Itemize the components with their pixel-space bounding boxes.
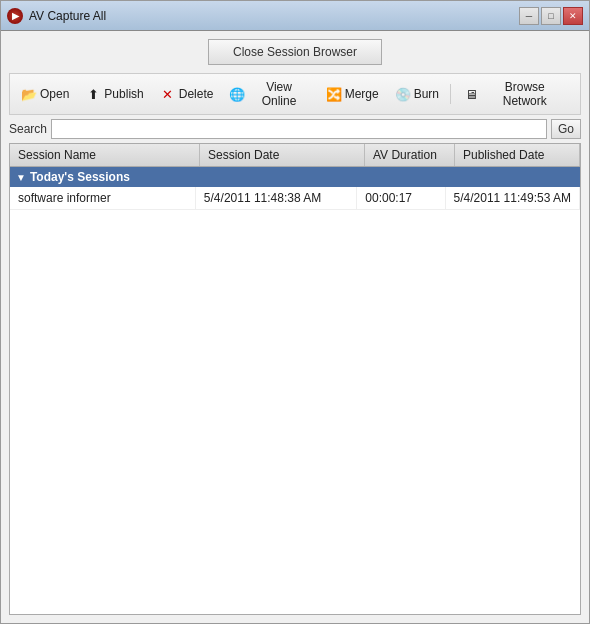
merge-button[interactable]: 🔀 Merge (319, 82, 386, 106)
close-session-browser-button[interactable]: Close Session Browser (208, 39, 382, 65)
maximize-button[interactable]: □ (541, 7, 561, 25)
view-online-button[interactable]: 🌐 View Online (222, 76, 316, 112)
minimize-button[interactable]: ─ (519, 7, 539, 25)
open-button[interactable]: 📂 Open (14, 82, 76, 106)
view-online-icon: 🌐 (229, 86, 245, 102)
search-label: Search (9, 122, 47, 136)
burn-label: Burn (414, 87, 439, 101)
publish-label: Publish (104, 87, 143, 101)
table-header: Session Name Session Date AV Duration Pu… (10, 144, 580, 167)
title-bar: ▶ AV Capture All ─ □ ✕ (1, 1, 589, 31)
publish-button[interactable]: ⬆ Publish (78, 82, 150, 106)
burn-icon: 💿 (395, 86, 411, 102)
go-button[interactable]: Go (551, 119, 581, 139)
delete-icon: ✕ (160, 86, 176, 102)
col-published-date: Published Date (455, 144, 580, 166)
toolbar: 📂 Open ⬆ Publish ✕ Delete 🌐 View Online … (9, 73, 581, 115)
col-av-duration: AV Duration (365, 144, 455, 166)
group-row-today[interactable]: ▼ Today's Sessions (10, 167, 580, 187)
open-label: Open (40, 87, 69, 101)
main-window: ▶ AV Capture All ─ □ ✕ Close Session Bro… (0, 0, 590, 624)
window-controls: ─ □ ✕ (519, 7, 583, 25)
toolbar-separator (450, 84, 451, 104)
table-row[interactable]: software informer 5/4/2011 11:48:38 AM 0… (10, 187, 580, 210)
cell-session-name: software informer (10, 187, 196, 209)
window-title: AV Capture All (29, 9, 106, 23)
delete-label: Delete (179, 87, 214, 101)
cell-session-date: 5/4/2011 11:48:38 AM (196, 187, 357, 209)
group-label: Today's Sessions (30, 170, 130, 184)
table-body: ▼ Today's Sessions software informer 5/4… (10, 167, 580, 614)
delete-button[interactable]: ✕ Delete (153, 82, 221, 106)
browse-network-icon: 🖥 (464, 86, 479, 102)
col-session-date: Session Date (200, 144, 365, 166)
search-bar: Search Go (9, 119, 581, 139)
browse-network-button[interactable]: 🖥 Browse Network (455, 76, 576, 112)
view-online-label: View Online (248, 80, 309, 108)
browse-network-label: Browse Network (482, 80, 567, 108)
cell-published-date: 5/4/2011 11:49:53 AM (446, 187, 580, 209)
cell-av-duration: 00:00:17 (357, 187, 445, 209)
merge-icon: 🔀 (326, 86, 342, 102)
merge-label: Merge (345, 87, 379, 101)
open-icon: 📂 (21, 86, 37, 102)
search-input[interactable] (51, 119, 547, 139)
collapse-icon: ▼ (16, 172, 26, 183)
session-table: Session Name Session Date AV Duration Pu… (9, 143, 581, 615)
publish-icon: ⬆ (85, 86, 101, 102)
col-session-name: Session Name (10, 144, 200, 166)
title-bar-left: ▶ AV Capture All (7, 8, 106, 24)
content-area: Close Session Browser 📂 Open ⬆ Publish ✕… (1, 31, 589, 623)
burn-button[interactable]: 💿 Burn (388, 82, 446, 106)
close-button[interactable]: ✕ (563, 7, 583, 25)
app-icon: ▶ (7, 8, 23, 24)
